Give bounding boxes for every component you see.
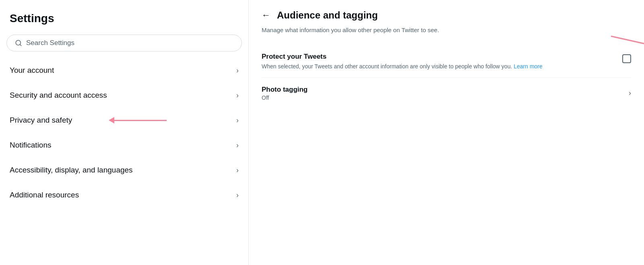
photo-tagging-status: Off	[262, 94, 308, 101]
left-panel: Settings Search Settings Your account › …	[0, 0, 249, 265]
search-box-wrapper: Search Settings	[0, 31, 248, 58]
learn-more-link[interactable]: Learn more	[514, 63, 543, 70]
nav-label-additional: Additional resources	[10, 191, 79, 199]
search-placeholder: Search Settings	[26, 39, 74, 47]
right-header: ← Audience and tagging	[262, 10, 631, 21]
protect-tweets-content: Protect your Tweets When selected, your …	[262, 53, 543, 71]
nav-label-privacy: Privacy and safety	[10, 116, 72, 125]
chevron-icon-additional: ›	[236, 191, 239, 199]
chevron-icon-security: ›	[236, 91, 239, 100]
protect-tweets-title: Protect your Tweets	[262, 53, 543, 61]
search-box[interactable]: Search Settings	[6, 35, 242, 51]
search-icon	[15, 39, 22, 47]
settings-nav: Your account › Security and account acce…	[0, 58, 248, 207]
sidebar-item-accessibility[interactable]: Accessibility, display, and languages ›	[0, 158, 248, 183]
back-button[interactable]: ←	[262, 10, 270, 21]
nav-label-security: Security and account access	[10, 91, 107, 100]
right-panel: ← Audience and tagging Manage what infor…	[249, 0, 644, 265]
photo-tagging-row[interactable]: Photo tagging Off ›	[262, 78, 631, 109]
chevron-icon-photo-tagging: ›	[629, 89, 631, 97]
page-title: Audience and tagging	[277, 10, 378, 21]
chevron-icon-notifications: ›	[236, 141, 239, 150]
protect-tweets-checkbox[interactable]	[622, 54, 631, 63]
photo-tagging-info: Photo tagging Off	[262, 86, 308, 101]
photo-tagging-title: Photo tagging	[262, 86, 308, 94]
sidebar-item-your-account[interactable]: Your account ›	[0, 58, 248, 83]
svg-line-1	[20, 44, 21, 45]
nav-label-notifications: Notifications	[10, 141, 52, 150]
protect-tweets-checkbox-area	[622, 54, 631, 63]
protect-tweets-desc: When selected, your Tweets and other acc…	[262, 62, 543, 71]
protect-tweets-section: Protect your Tweets When selected, your …	[262, 46, 631, 78]
page-description: Manage what information you allow other …	[262, 26, 631, 35]
chevron-icon-accessibility: ›	[236, 166, 239, 175]
sidebar-item-security[interactable]: Security and account access ›	[0, 83, 248, 108]
chevron-icon-privacy: ›	[236, 116, 239, 125]
protect-tweets-header: Protect your Tweets When selected, your …	[262, 53, 631, 71]
sidebar-item-privacy[interactable]: Privacy and safety ›	[0, 108, 248, 133]
nav-label-accessibility: Accessibility, display, and languages	[10, 166, 133, 175]
sidebar-item-additional[interactable]: Additional resources ›	[0, 183, 248, 207]
settings-title: Settings	[0, 8, 248, 31]
chevron-icon-your-account: ›	[236, 66, 239, 75]
nav-label-your-account: Your account	[10, 66, 54, 75]
sidebar-item-notifications[interactable]: Notifications ›	[0, 133, 248, 158]
